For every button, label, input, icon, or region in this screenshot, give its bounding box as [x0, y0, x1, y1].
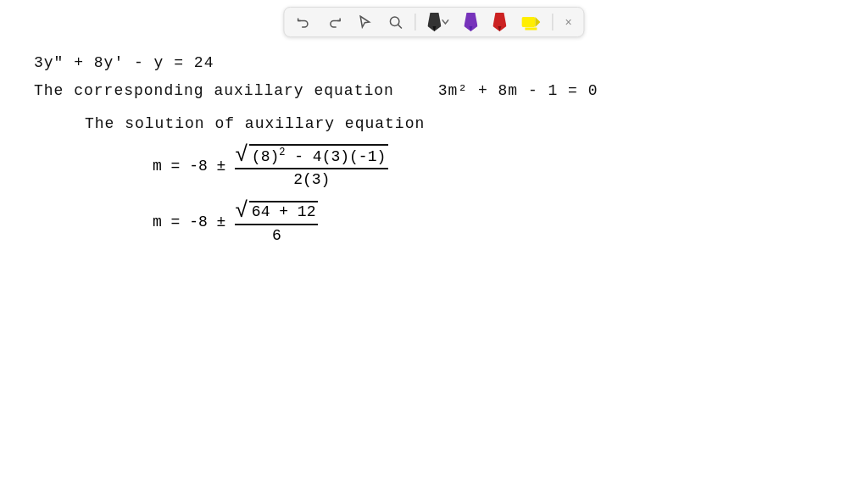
- toolbar: ×: [283, 7, 584, 37]
- fraction2-sqrt-content: 64 + 12: [249, 201, 319, 221]
- equation-fraction2: m = -8 ± √ 64 + 12 6: [153, 200, 834, 244]
- equation-line2: The corresponding auxillary equation 3m²…: [34, 79, 834, 103]
- fraction1-numerator: √ (8)2 - 4(3)(-1): [235, 144, 388, 168]
- pen-red-button[interactable]: [489, 11, 509, 33]
- equation-line3: The solution of auxillary equation: [85, 112, 834, 136]
- sqrt-sign-2: √: [235, 200, 248, 222]
- sqrt-sign-1: √: [235, 144, 248, 166]
- close-button[interactable]: ×: [561, 14, 575, 30]
- redo-button[interactable]: [323, 13, 345, 31]
- fraction1-body: √ (8)2 - 4(3)(-1) 2(3): [235, 144, 388, 188]
- line2-equation: 3m² + 8m - 1 = 0: [438, 82, 598, 99]
- fraction1-sqrt-content: (8)2 - 4(3)(-1): [249, 144, 388, 166]
- fraction1-prefix: m = -8 ±: [153, 158, 235, 175]
- fraction1-denominator: 2(3): [293, 169, 330, 188]
- fraction2-numerator: √ 64 + 12: [235, 200, 318, 224]
- fraction2-body: √ 64 + 12 6: [235, 200, 318, 244]
- content-area: 3y″ + 8y′ - y = 24 The corresponding aux…: [34, 51, 834, 244]
- equation-line1: 3y″ + 8y′ - y = 24: [34, 51, 834, 75]
- svg-line-1: [398, 25, 402, 28]
- svg-rect-8: [521, 17, 535, 27]
- fraction2-prefix: m = -8 ±: [153, 214, 235, 230]
- separator-1: [415, 14, 415, 30]
- svg-point-0: [390, 17, 399, 26]
- equation-fraction1: m = -8 ± √ (8)2 - 4(3)(-1) 2(3): [153, 144, 834, 188]
- fraction2-denominator: 6: [272, 225, 281, 244]
- undo-button[interactable]: [292, 13, 314, 31]
- highlighter-yellow-button[interactable]: [518, 12, 543, 32]
- svg-marker-9: [535, 17, 540, 27]
- pen-black-button[interactable]: [424, 11, 452, 33]
- separator-2: [552, 14, 553, 30]
- search-button[interactable]: [384, 13, 406, 31]
- line2-prefix: The corresponding auxillary equation: [34, 82, 394, 99]
- cursor-button[interactable]: [353, 13, 376, 31]
- pen-purple-button[interactable]: [460, 11, 481, 33]
